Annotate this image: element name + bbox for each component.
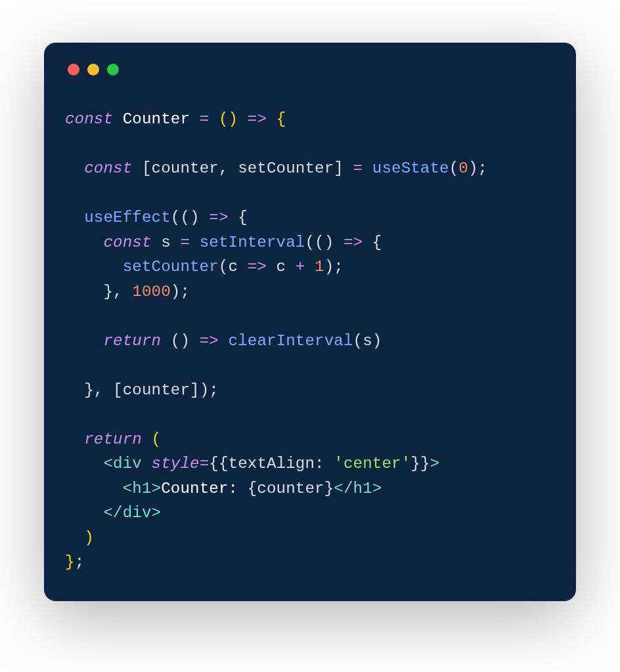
window-traffic-lights <box>68 64 555 75</box>
jsx-div-close: div <box>123 504 152 522</box>
attr-style: style <box>152 455 200 472</box>
jsx-h1-close: h1 <box>353 480 372 497</box>
id-c: c <box>228 258 238 276</box>
id-setCounter: setCounter <box>238 159 334 177</box>
close-icon <box>68 64 79 75</box>
id-counter: counter <box>152 159 219 177</box>
jsx-text: Counter: <box>161 480 248 497</box>
call-useEffect: useEffect <box>84 209 171 226</box>
card-shadow-wrap: const Counter = () => { const [counter, … <box>44 43 576 601</box>
jsx-h1-open: h1 <box>132 480 151 497</box>
id-counter-fn: Counter <box>123 110 190 128</box>
call-setInterval: setInterval <box>200 234 305 251</box>
zoom-icon <box>107 64 119 75</box>
code-card: const Counter = () => { const [counter, … <box>44 43 576 601</box>
code-block: const Counter = () => { const [counter, … <box>65 107 555 575</box>
prop-textAlign: textAlign <box>229 455 315 472</box>
kw-return: return <box>103 332 161 350</box>
call-useState: useState <box>372 159 449 177</box>
call-setCounter: setCounter <box>123 258 219 276</box>
id-s: s <box>161 234 171 251</box>
canvas: const Counter = () => { const [counter, … <box>0 0 620 672</box>
minimize-icon <box>87 64 99 75</box>
call-clearInterval: clearInterval <box>229 332 353 350</box>
jsx-div-open: div <box>113 455 142 472</box>
str-center: 'center' <box>334 455 410 472</box>
kw-const: const <box>65 110 113 128</box>
